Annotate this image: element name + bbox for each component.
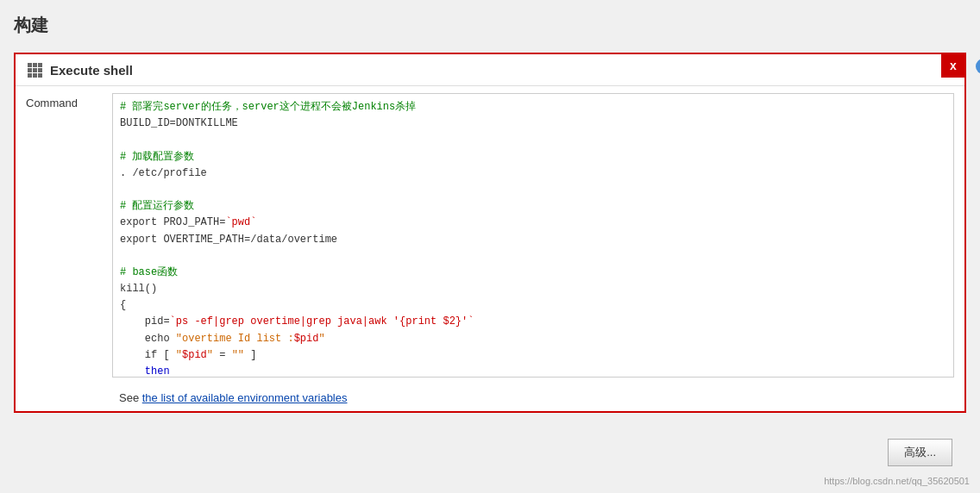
bottom-bar: 高级... <box>14 430 966 475</box>
grid-icon <box>28 63 42 78</box>
execute-shell-header: Execute shell <box>16 54 964 86</box>
code-editor[interactable]: # 部署完server的任务，server这个进程不会被Jenkins杀掉 BU… <box>113 94 953 378</box>
env-variables-link[interactable]: the list of available environment variab… <box>142 391 348 404</box>
page-title: 构建 <box>14 9 966 42</box>
help-icon-container: ? <box>975 58 980 75</box>
command-textarea-wrapper: # 部署完server的任务，server这个进程不会被Jenkins杀掉 BU… <box>112 93 954 378</box>
close-button[interactable]: x <box>941 53 965 78</box>
execute-shell-title: Execute shell <box>50 63 133 78</box>
env-link-prefix: See <box>119 391 142 404</box>
shell-icon <box>26 61 43 78</box>
env-link-row: See the list of available environment va… <box>16 384 964 411</box>
help-icon[interactable]: ? <box>976 59 980 74</box>
page-container: 构建 x ? Execute shell Command # 部署完server… <box>0 0 980 484</box>
advanced-button[interactable]: 高级... <box>888 439 952 466</box>
command-label: Command <box>26 93 112 109</box>
watermark: https://blog.csdn.net/qq_35620501 <box>824 476 970 486</box>
command-row: Command # 部署完server的任务，server这个进程不会被Jenk… <box>16 86 964 384</box>
execute-shell-block: x ? Execute shell Command # 部署完server的任务… <box>14 53 966 413</box>
